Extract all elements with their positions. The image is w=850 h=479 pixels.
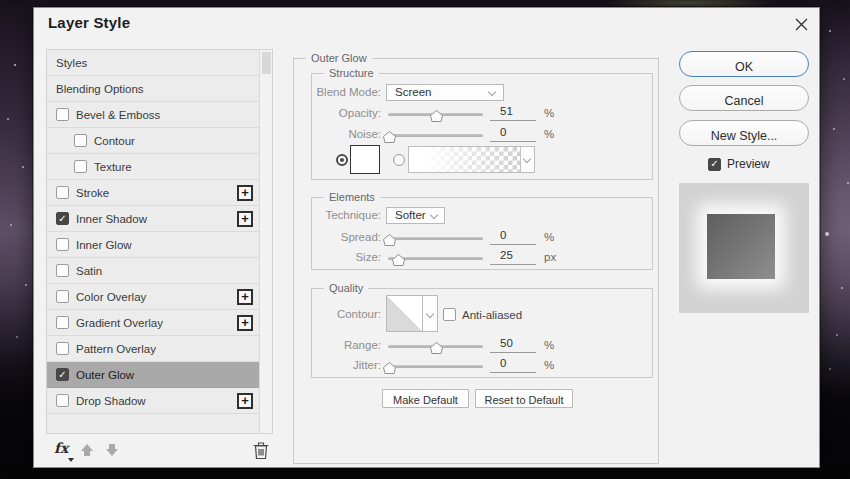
opacity-slider[interactable] <box>388 113 483 116</box>
range-slider[interactable] <box>388 345 483 348</box>
add-effect-button[interactable]: + <box>237 315 253 331</box>
sidebar-item-texture[interactable]: Texture <box>47 154 259 180</box>
preview-checkbox[interactable]: ✓ <box>708 158 721 171</box>
noise-row: Noise: 0 % <box>312 126 652 146</box>
style-checkbox[interactable] <box>56 108 69 121</box>
sidebar-item-bevel-emboss[interactable]: Bevel & Emboss <box>47 102 259 128</box>
style-checkbox[interactable] <box>74 134 87 147</box>
add-effect-button[interactable]: + <box>237 185 253 201</box>
jitter-slider-thumb[interactable] <box>383 362 396 374</box>
background-stars <box>0 0 2 2</box>
spread-input[interactable]: 0 <box>490 229 536 245</box>
size-slider[interactable] <box>388 257 483 260</box>
sidebar-item-stroke[interactable]: Stroke + <box>47 180 259 206</box>
preview-label: Preview <box>727 157 770 171</box>
scrollbar-thumb[interactable] <box>262 52 271 74</box>
spread-row: Spread: 0 % <box>312 229 652 249</box>
anti-aliased-checkbox[interactable]: ✓ <box>443 308 456 321</box>
noise-unit: % <box>544 128 554 140</box>
style-checkbox[interactable] <box>56 394 69 407</box>
ok-button[interactable]: OK <box>679 51 809 77</box>
close-button[interactable] <box>790 13 812 35</box>
jitter-label: Jitter: <box>311 359 381 371</box>
fx-menu-button[interactable]: fx <box>54 440 78 462</box>
size-input[interactable]: 25 <box>490 249 536 265</box>
solid-color-radio[interactable] <box>336 154 348 166</box>
style-checkbox[interactable] <box>56 264 69 277</box>
sidebar-item-blending-options[interactable]: Blending Options <box>47 76 259 102</box>
noise-slider-thumb[interactable] <box>383 131 396 143</box>
range-row: Range: 50 % <box>312 337 652 357</box>
range-label: Range: <box>311 339 381 351</box>
jitter-input[interactable]: 0 <box>490 357 536 373</box>
glow-color-swatch[interactable] <box>350 145 380 174</box>
sidebar-item-inner-shadow[interactable]: ✓ Inner Shadow + <box>47 206 259 232</box>
reset-to-default-button[interactable]: Reset to Default <box>475 389 573 408</box>
opacity-unit: % <box>544 107 554 119</box>
sidebar-item-inner-glow[interactable]: Inner Glow <box>47 232 259 258</box>
style-checkbox[interactable] <box>56 316 69 329</box>
chevron-down-icon <box>488 88 496 96</box>
style-checkbox[interactable]: ✓ <box>56 368 69 381</box>
range-input[interactable]: 50 <box>490 337 536 353</box>
noise-slider[interactable] <box>388 134 483 137</box>
sidebar-item-label: Color Overlay <box>76 291 146 303</box>
move-effect-up-icon[interactable] <box>79 442 95 458</box>
delete-effect-icon[interactable] <box>252 440 270 460</box>
jitter-slider[interactable] <box>388 365 483 368</box>
contour-thumbnail[interactable] <box>386 295 423 332</box>
style-checkbox[interactable] <box>56 342 69 355</box>
structure-group: Structure Blend Mode: Screen Opacity: 51… <box>311 73 653 180</box>
elements-group: Elements Technique: Softer Spread: 0 % S… <box>311 197 653 270</box>
gradient-dropdown[interactable] <box>520 147 534 172</box>
gradient-picker[interactable] <box>408 146 535 173</box>
sidebar-item-outer-glow[interactable]: ✓ Outer Glow <box>47 362 259 388</box>
sidebar-item-gradient-overlay[interactable]: Gradient Overlay + <box>47 310 259 336</box>
contour-dropdown[interactable] <box>423 295 438 332</box>
check-icon: ✓ <box>58 370 66 380</box>
sidebar-item-satin[interactable]: Satin <box>47 258 259 284</box>
gradient-radio[interactable] <box>393 154 405 166</box>
style-checkbox[interactable] <box>56 290 69 303</box>
elements-legend: Elements <box>324 191 380 203</box>
noise-input[interactable]: 0 <box>490 126 536 142</box>
sidebar-item-label: Bevel & Emboss <box>76 109 160 121</box>
size-slider-thumb[interactable] <box>392 254 405 266</box>
noise-label: Noise: <box>311 128 381 140</box>
spread-slider[interactable] <box>388 237 483 240</box>
move-effect-down-icon[interactable] <box>104 442 120 458</box>
size-row: Size: 25 px <box>312 249 652 269</box>
blend-mode-select[interactable]: Screen <box>386 84 504 101</box>
sidebar-item-drop-shadow[interactable]: Drop Shadow + <box>47 388 259 414</box>
technique-select[interactable]: Softer <box>386 207 445 224</box>
style-checkbox[interactable] <box>56 238 69 251</box>
opacity-label: Opacity: <box>311 107 381 119</box>
check-icon: ✓ <box>710 159 718 169</box>
make-default-button[interactable]: Make Default <box>382 389 469 408</box>
chevron-down-icon <box>426 310 434 318</box>
sidebar-item-color-overlay[interactable]: Color Overlay + <box>47 284 259 310</box>
sidebar-item-label: Drop Shadow <box>76 395 146 407</box>
sidebar-item-contour[interactable]: Contour <box>47 128 259 154</box>
style-checkbox[interactable] <box>56 186 69 199</box>
sidebar-item-label: Pattern Overlay <box>76 343 156 355</box>
cancel-button[interactable]: Cancel <box>679 85 809 111</box>
style-checkbox[interactable]: ✓ <box>56 212 69 225</box>
sidebar-item-styles[interactable]: Styles <box>47 50 259 76</box>
preview-glow-square <box>707 214 775 279</box>
opacity-slider-thumb[interactable] <box>430 110 443 122</box>
add-effect-button[interactable]: + <box>237 289 253 305</box>
spread-slider-thumb[interactable] <box>383 234 396 246</box>
add-effect-button[interactable]: + <box>237 211 253 227</box>
sidebar-scrollbar[interactable] <box>259 50 272 433</box>
style-checkbox[interactable] <box>74 160 87 173</box>
spread-label: Spread: <box>311 231 381 243</box>
contour-linear-icon <box>387 296 422 331</box>
add-effect-button[interactable]: + <box>237 393 253 409</box>
sidebar-item-pattern-overlay[interactable]: Pattern Overlay <box>47 336 259 362</box>
range-slider-thumb[interactable] <box>430 342 443 354</box>
jitter-unit: % <box>544 359 554 371</box>
new-style-button[interactable]: New Style... <box>679 120 809 146</box>
opacity-input[interactable]: 51 <box>490 105 536 121</box>
sidebar-item-label: Inner Glow <box>76 239 132 251</box>
